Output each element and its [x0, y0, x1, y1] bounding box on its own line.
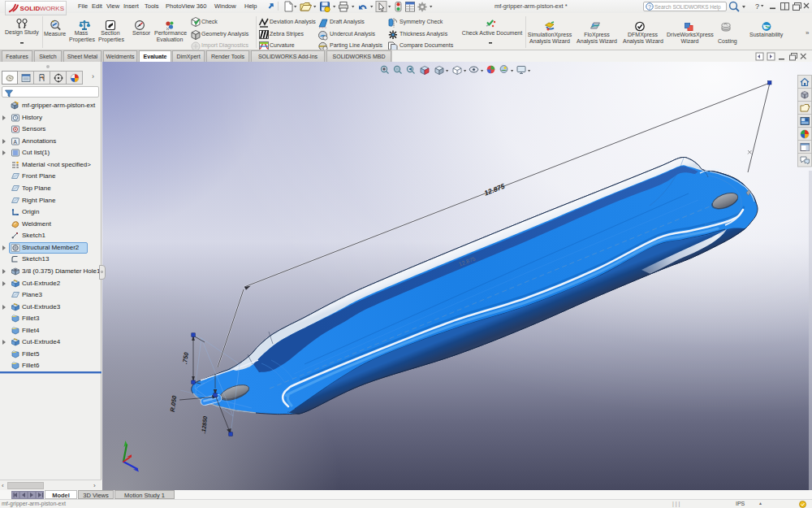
- svg-text:.750: .750: [181, 351, 190, 364]
- svg-text:?: ?: [755, 2, 759, 11]
- svg-text:»: »: [806, 29, 810, 37]
- svg-text:?: ?: [648, 4, 651, 10]
- svg-text:SOLID: SOLID: [20, 5, 41, 12]
- svg-text:WORKS: WORKS: [40, 5, 64, 12]
